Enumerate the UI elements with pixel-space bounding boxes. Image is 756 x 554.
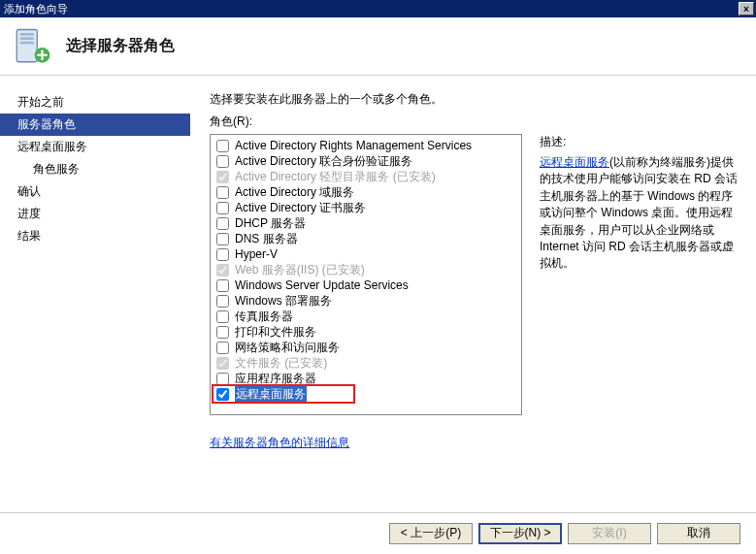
instruction-text: 选择要安装在此服务器上的一个或多个角色。 <box>210 91 739 108</box>
description-label: 描述: <box>540 134 739 150</box>
window-title: 添加角色向导 <box>4 2 739 16</box>
description-text: 远程桌面服务(以前称为终端服务)提供的技术使用户能够访问安装在 RD 会话主机服… <box>540 154 739 273</box>
svg-rect-2 <box>20 37 34 40</box>
cancel-button[interactable]: 取消 <box>657 523 740 544</box>
wizard-footer: < 上一步(P) 下一步(N) > 安装(I) 取消 <box>0 512 756 553</box>
role-checkbox[interactable] <box>216 279 229 292</box>
role-checkbox[interactable] <box>216 233 229 245</box>
server-role-icon <box>12 26 52 67</box>
role-checkbox[interactable] <box>216 373 229 385</box>
description-body: (以前称为终端服务)提供的技术使用户能够访问安装在 RD 会话主机服务器上的基于… <box>540 155 738 270</box>
role-item: Active Directory 轻型目录服务 (已安装) <box>213 169 519 184</box>
install-button[interactable]: 安装(I) <box>568 523 651 544</box>
sidebar-step[interactable]: 确认 <box>0 180 190 203</box>
role-item[interactable]: DNS 服务器 <box>213 231 519 246</box>
main-content: 选择要安装在此服务器上的一个或多个角色。 角色(R): Active Direc… <box>190 76 756 512</box>
role-checkbox[interactable] <box>216 202 229 214</box>
description-panel: 描述: 远程桌面服务(以前称为终端服务)提供的技术使用户能够访问安装在 RD 会… <box>540 134 739 415</box>
sidebar-step[interactable]: 进度 <box>0 203 190 225</box>
role-item[interactable]: Windows Server Update Services <box>213 277 519 293</box>
role-label: Active Directory 域服务 <box>235 184 354 201</box>
role-label: 打印和文件服务 <box>235 324 316 341</box>
sidebar-step[interactable]: 结果 <box>0 225 190 247</box>
role-item[interactable]: 网络策略和访问服务 <box>213 340 519 355</box>
role-label: Active Directory Rights Management Servi… <box>235 139 472 152</box>
role-checkbox[interactable] <box>216 295 229 308</box>
role-item[interactable]: 远程桌面服务 <box>213 386 519 402</box>
wizard-steps-sidebar: 开始之前服务器角色远程桌面服务角色服务确认进度结果 <box>0 76 190 512</box>
role-item[interactable]: 打印和文件服务 <box>213 324 519 340</box>
role-item[interactable]: Windows 部署服务 <box>213 293 519 309</box>
role-checkbox[interactable] <box>216 248 229 261</box>
role-item[interactable]: Hyper-V <box>213 246 519 262</box>
role-checkbox[interactable] <box>216 326 229 339</box>
role-checkbox <box>216 264 229 277</box>
role-label: Active Directory 轻型目录服务 (已安装) <box>235 169 436 185</box>
role-item: 文件服务 (已安装) <box>213 355 519 371</box>
sidebar-step[interactable]: 远程桌面服务 <box>0 136 190 158</box>
role-label: 远程桌面服务 <box>235 386 307 403</box>
role-item[interactable]: Active Directory 域服务 <box>213 184 519 200</box>
role-label: Active Directory 联合身份验证服务 <box>235 153 412 170</box>
previous-button[interactable]: < 上一步(P) <box>389 523 473 544</box>
roles-label: 角色(R): <box>210 114 739 130</box>
role-label: 文件服务 (已安装) <box>235 355 327 372</box>
role-item: Web 服务器(IIS) (已安装) <box>213 262 519 277</box>
role-checkbox[interactable] <box>216 388 229 401</box>
roles-listbox[interactable]: Active Directory Rights Management Servi… <box>210 134 522 415</box>
role-label: Hyper-V <box>235 247 278 261</box>
role-label: Windows 部署服务 <box>235 293 332 310</box>
role-label: Windows Server Update Services <box>235 278 409 292</box>
role-checkbox[interactable] <box>216 155 229 168</box>
role-label: DHCP 服务器 <box>235 215 306 232</box>
role-label: DNS 服务器 <box>235 231 298 247</box>
svg-rect-3 <box>20 41 34 44</box>
role-label: Active Directory 证书服务 <box>235 200 366 216</box>
role-item[interactable]: 应用程序服务器 <box>213 371 519 386</box>
role-checkbox <box>216 171 229 183</box>
svg-rect-1 <box>20 33 34 36</box>
description-link[interactable]: 远程桌面服务 <box>540 155 609 169</box>
role-checkbox[interactable] <box>216 186 229 199</box>
role-checkbox[interactable] <box>216 217 229 230</box>
sidebar-step[interactable]: 角色服务 <box>0 158 190 180</box>
next-button[interactable]: 下一步(N) > <box>478 523 562 544</box>
page-title: 选择服务器角色 <box>66 36 175 56</box>
role-label: 传真服务器 <box>235 309 293 325</box>
role-checkbox[interactable] <box>216 342 229 354</box>
role-item[interactable]: Active Directory Rights Management Servi… <box>213 138 519 153</box>
role-item[interactable]: DHCP 服务器 <box>213 215 519 231</box>
role-label: 应用程序服务器 <box>235 371 316 387</box>
role-checkbox[interactable] <box>216 310 229 323</box>
role-item[interactable]: Active Directory 证书服务 <box>213 200 519 215</box>
sidebar-step[interactable]: 开始之前 <box>0 91 190 114</box>
more-info-link[interactable]: 有关服务器角色的详细信息 <box>210 435 349 451</box>
title-bar: 添加角色向导 × <box>0 0 756 17</box>
close-button[interactable]: × <box>739 2 754 16</box>
role-checkbox <box>216 357 229 370</box>
role-checkbox[interactable] <box>216 140 229 152</box>
role-label: 网络策略和访问服务 <box>235 340 340 356</box>
role-label: Web 服务器(IIS) (已安装) <box>235 262 365 278</box>
wizard-header: 选择服务器角色 <box>0 17 756 76</box>
role-item[interactable]: 传真服务器 <box>213 309 519 324</box>
role-item[interactable]: Active Directory 联合身份验证服务 <box>213 153 519 169</box>
sidebar-step[interactable]: 服务器角色 <box>0 114 190 136</box>
